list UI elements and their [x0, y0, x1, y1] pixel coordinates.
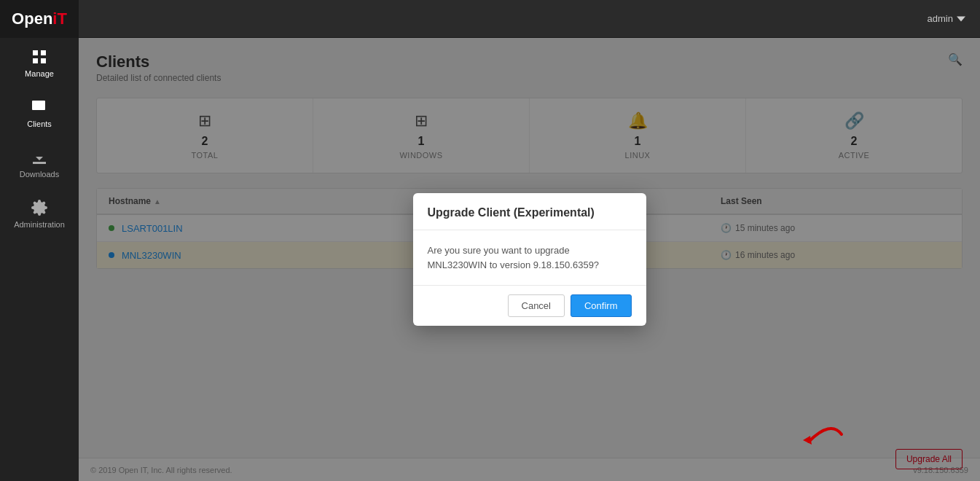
dialog-title: Upgrade Client (Experimental) — [428, 206, 632, 219]
arrow-annotation — [787, 412, 845, 459]
sidebar-item-downloads[interactable]: Downloads — [0, 138, 79, 189]
dialog-body: Are you sure you want to upgrade MNL3230… — [413, 230, 646, 285]
download-icon — [31, 149, 48, 166]
arrow-icon — [787, 412, 845, 456]
cancel-button[interactable]: Cancel — [508, 294, 565, 317]
sidebar-item-administration[interactable]: Administration — [0, 189, 79, 239]
dialog-header: Upgrade Client (Experimental) — [413, 193, 646, 230]
grid-icon — [31, 48, 48, 66]
upgrade-dialog: Upgrade Client (Experimental) Are you su… — [413, 193, 646, 326]
modal-overlay: Upgrade Client (Experimental) Are you su… — [79, 38, 980, 481]
dialog-footer: Cancel Confirm — [413, 285, 646, 326]
user-menu[interactable]: admin — [928, 13, 965, 24]
content-area: 🔍 Clients Detailed list of connected cli… — [79, 38, 980, 481]
svg-rect-0 — [33, 50, 38, 55]
logo: OpeniT — [0, 0, 79, 38]
sidebar: OpeniT Manage Clients Downloads Administ… — [0, 0, 79, 481]
svg-rect-3 — [41, 58, 46, 63]
main-area: admin 🔍 Clients Detailed list of connect… — [79, 0, 980, 481]
svg-rect-1 — [41, 50, 46, 55]
clients-icon — [31, 98, 48, 116]
sidebar-item-label: Administration — [14, 220, 65, 229]
username: admin — [928, 13, 953, 24]
svg-rect-4 — [32, 101, 45, 110]
sidebar-item-manage[interactable]: Manage — [0, 38, 79, 88]
chevron-down-icon — [957, 15, 965, 23]
sidebar-item-label: Manage — [25, 69, 54, 78]
svg-marker-5 — [803, 436, 812, 445]
gear-icon — [31, 199, 48, 216]
topbar: admin — [79, 0, 980, 38]
sidebar-item-label: Clients — [27, 120, 52, 128]
sidebar-item-clients[interactable]: Clients — [0, 88, 79, 138]
sidebar-item-label: Downloads — [20, 170, 59, 179]
svg-rect-2 — [33, 58, 38, 63]
confirm-button[interactable]: Confirm — [571, 294, 632, 317]
